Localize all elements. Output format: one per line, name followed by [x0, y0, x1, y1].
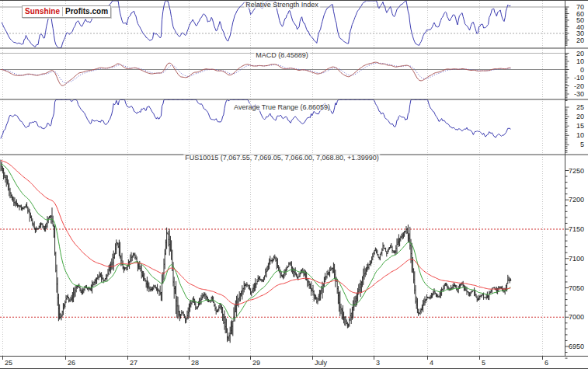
y-tick-label: 6950 [569, 343, 584, 350]
sunshine-profits-logo: SunshineProfits.com [22, 5, 111, 18]
x-tick-label: 6 [545, 359, 548, 367]
y-tick-label: 5 [580, 141, 584, 148]
price-bars [1, 160, 511, 343]
atr-panel-title: Average True Range (6.86059) [232, 103, 332, 111]
y-tick-label: 10 [576, 131, 584, 139]
y-tick-label: 7100 [569, 255, 584, 263]
y-tick-label: 20 [576, 113, 584, 120]
logo-profits-text: Profits.com [63, 7, 110, 16]
x-tick-label: 3 [376, 359, 380, 367]
logo-sunshine-text: Sunshine [23, 7, 63, 16]
x-tick-label: 25 [5, 359, 12, 367]
y-tick-label: 7150 [569, 225, 584, 233]
x-tick-label: 5 [482, 359, 485, 367]
y-tick-label: 7200 [569, 196, 584, 204]
y-tick-label: 7000 [569, 313, 584, 321]
moving-average-fast [1, 164, 510, 319]
y-tick-label: 20 [576, 50, 584, 57]
y-tick-label: 7050 [569, 284, 584, 292]
chart-figure: 70605040302020100-10-20-3025201510572507… [0, 0, 588, 369]
price-panel-title: FUS10015 (7,067.55, 7,069.05, 7,066.00, … [183, 154, 380, 162]
rsi-panel-title: Relative Strength Index [244, 1, 320, 9]
x-tick-label: 28 [191, 359, 199, 367]
y-tick-label: 0 [580, 66, 584, 74]
y-tick-label: 15 [576, 122, 584, 130]
y-tick-label: -30 [574, 90, 584, 98]
y-tick-label: -10 [574, 74, 584, 82]
x-tick-label: 4 [430, 359, 433, 367]
moving-average-slow [1, 161, 510, 305]
y-tick-label: 10 [576, 57, 584, 65]
x-tick-label: July [315, 359, 328, 367]
x-tick-label: 27 [130, 359, 137, 367]
macd-panel-title: MACD (8.45889) [254, 51, 310, 59]
y-tick-label: 20 [576, 37, 584, 44]
x-tick-label: 29 [252, 359, 260, 367]
y-tick-label: 7250 [569, 167, 584, 175]
y-tick-label: -20 [574, 82, 584, 90]
y-tick-label: 25 [576, 103, 584, 111]
macd-line [1, 62, 510, 85]
x-tick-label: 26 [68, 359, 75, 367]
